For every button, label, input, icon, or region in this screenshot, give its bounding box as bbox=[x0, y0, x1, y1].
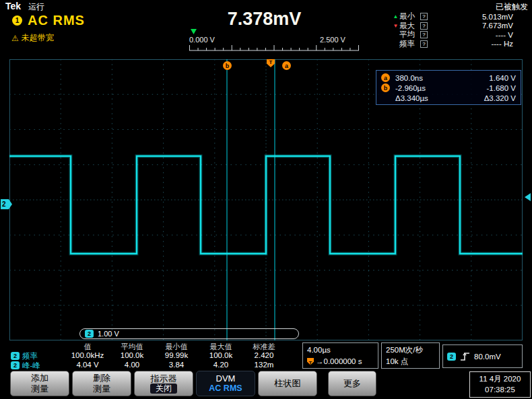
meas-cell: 100.0k bbox=[110, 351, 154, 359]
min-arrow-icon: ▲ bbox=[392, 13, 399, 20]
oscilloscope-screen: Tek 运行 已被触发 1 AC RMS ⚠ 未超带宽 7.378mV 0.00… bbox=[0, 0, 532, 399]
questionable-icon: ? bbox=[420, 22, 428, 30]
dvm-reading: 7.378mV bbox=[192, 9, 337, 30]
cursor-delta-time: Δ3.340µs bbox=[395, 94, 455, 102]
cursor-a-row: a 380.0ns 1.640 V bbox=[381, 73, 516, 83]
meas-row1-name: 频率 bbox=[22, 351, 38, 361]
meas-row1-channel-badge: 2 bbox=[11, 352, 20, 360]
button-value: 关闭 bbox=[150, 384, 177, 394]
col-header-mean: 平均值 bbox=[110, 342, 154, 352]
button-label: DVM bbox=[216, 373, 236, 384]
horizontal-readout: 4.00µs T →0.000000 s bbox=[302, 342, 378, 369]
menu-button-cursors[interactable]: 指示器 关闭 bbox=[134, 371, 193, 396]
button-value: AC RMS bbox=[209, 384, 242, 394]
questionable-icon: ? bbox=[420, 40, 428, 48]
cursor-readout-box: a 380.0ns 1.640 V b -2.960µs -1.680 V Δ3… bbox=[376, 70, 521, 105]
cursor-b-icon: b bbox=[381, 83, 390, 92]
stat-row-min: ▲ 最小 ? 5.013mV bbox=[392, 12, 513, 22]
col-header-stddev: 标准差 bbox=[242, 342, 286, 352]
col-header-value: 值 bbox=[66, 342, 109, 352]
trigger-status: 已被触发 bbox=[496, 1, 528, 13]
stat-value: 7.673mV bbox=[432, 22, 513, 30]
time-label: 07:38:25 bbox=[485, 385, 515, 396]
channel2-scale: 1.00 V bbox=[98, 330, 119, 338]
warning-label: 未超带宽 bbox=[22, 32, 54, 44]
dvm-mode-label: AC RMS bbox=[28, 13, 85, 28]
meas-cell: 4.20 bbox=[199, 361, 242, 369]
dvm-scale-min: 0.000 V bbox=[189, 36, 215, 44]
meas-cell: 4.00 bbox=[110, 361, 154, 369]
run-status: 运行 bbox=[28, 1, 44, 13]
menu-button-delete-measurement[interactable]: 删除 测量 bbox=[72, 371, 131, 396]
meas-row2-name: 峰-峰 bbox=[22, 361, 40, 371]
cursor-b-row: b -2.960µs -1.680 V bbox=[381, 83, 516, 93]
col-header-max: 最大值 bbox=[199, 342, 242, 352]
dvm-stats: ▲ 最小 ? 5.013mV ▼ 最大 ? 7.673mV 平均 ? ---- … bbox=[392, 12, 513, 48]
menu-button-add-measurement[interactable]: 添加 测量 bbox=[10, 371, 69, 396]
questionable-icon: ? bbox=[420, 31, 428, 38]
meas-row2-channel-badge: 2 bbox=[11, 361, 20, 369]
time-per-div: 4.00µs bbox=[307, 344, 374, 356]
dvm-scale-ruler bbox=[189, 45, 359, 51]
cursor-delta-row: Δ3.340µs Δ3.320 V bbox=[381, 93, 516, 103]
trigger-level-marker[interactable] bbox=[525, 193, 531, 201]
meas-cell: 99.99k bbox=[155, 351, 198, 359]
button-label: 更多 bbox=[343, 378, 361, 389]
cursor-a-time: 380.0ns bbox=[395, 74, 455, 82]
meas-cell: 4.04 V bbox=[66, 361, 109, 369]
stat-row-mean: 平均 ? ---- V bbox=[392, 30, 513, 40]
button-label: 添加 bbox=[31, 373, 48, 384]
trigger-level: 80.0mV bbox=[474, 353, 501, 361]
graticule: b T a a 380.0ns 1.640 V b -2.960µs -1.68… bbox=[9, 59, 523, 340]
menu-button-more[interactable]: 更多 bbox=[328, 371, 376, 396]
date-label: 11 4月 2020 bbox=[479, 374, 521, 385]
bandwidth-warning: ⚠ 未超带宽 bbox=[11, 32, 54, 44]
meas-cell: 132m bbox=[242, 361, 286, 369]
stat-row-freq: 频率 ? ---- Hz bbox=[392, 40, 513, 49]
rising-edge-icon bbox=[460, 351, 470, 361]
cursor-b-volt: -1.680 V bbox=[455, 84, 516, 92]
button-label: 测量 bbox=[31, 384, 48, 394]
stat-value: ---- Hz bbox=[432, 40, 513, 48]
meas-cell: 3.84 bbox=[155, 361, 198, 369]
tek-logo: Tek bbox=[5, 1, 21, 11]
record-length: 10k 点 bbox=[386, 356, 435, 367]
acquisition-readout: 250M次/秒 10k 点 bbox=[381, 342, 440, 369]
cursor-delta-volt: Δ3.320 V bbox=[455, 94, 516, 102]
max-arrow-icon: ▼ bbox=[392, 23, 399, 29]
menu-button-dvm[interactable]: DVM AC RMS bbox=[196, 371, 255, 396]
warning-icon: ⚠ bbox=[11, 34, 19, 43]
button-label: 删除 bbox=[93, 373, 110, 384]
trigger-readout: 2 80.0mV bbox=[442, 344, 523, 368]
cursor-b-time: -2.960µs bbox=[395, 84, 455, 92]
stat-row-max: ▼ 最大 ? 7.673mV bbox=[392, 22, 513, 31]
stat-value: ---- V bbox=[432, 31, 513, 39]
questionable-icon: ? bbox=[420, 13, 428, 20]
cursor-a-handle[interactable]: a bbox=[282, 61, 291, 70]
trigger-t-icon: T bbox=[307, 358, 314, 365]
col-header-min: 最小值 bbox=[155, 342, 198, 352]
meas-cell: 100.0kHz bbox=[66, 351, 109, 359]
channel2-badge: 2 bbox=[85, 330, 94, 338]
meas-cell: 2.420 bbox=[242, 351, 286, 359]
datetime-box: 11 4月 2020 07:38:25 bbox=[469, 371, 531, 398]
trigger-source-badge: 2 bbox=[447, 353, 456, 361]
sample-rate: 250M次/秒 bbox=[386, 344, 435, 356]
cursor-a-volt: 1.640 V bbox=[455, 74, 516, 82]
cursor-a-icon: a bbox=[381, 73, 390, 82]
button-label: 柱状图 bbox=[275, 378, 301, 389]
menu-button-histogram[interactable]: 柱状图 bbox=[258, 371, 317, 396]
dvm-scale-max: 2.500 V bbox=[320, 36, 345, 44]
stat-label: 频率 bbox=[399, 39, 418, 49]
channel2-readout-pill[interactable]: 2 1.00 V bbox=[79, 328, 299, 339]
button-label: 测量 bbox=[93, 384, 110, 394]
dvm-scale-marker bbox=[191, 29, 197, 34]
stat-value: 5.013mV bbox=[432, 13, 513, 21]
horizontal-position: →0.000000 s bbox=[316, 356, 362, 367]
cursor-b-handle[interactable]: b bbox=[223, 61, 232, 70]
meas-cell: 100.0k bbox=[199, 351, 242, 359]
button-label: 指示器 bbox=[151, 373, 177, 384]
dvm-source-channel-badge: 1 bbox=[12, 15, 22, 26]
